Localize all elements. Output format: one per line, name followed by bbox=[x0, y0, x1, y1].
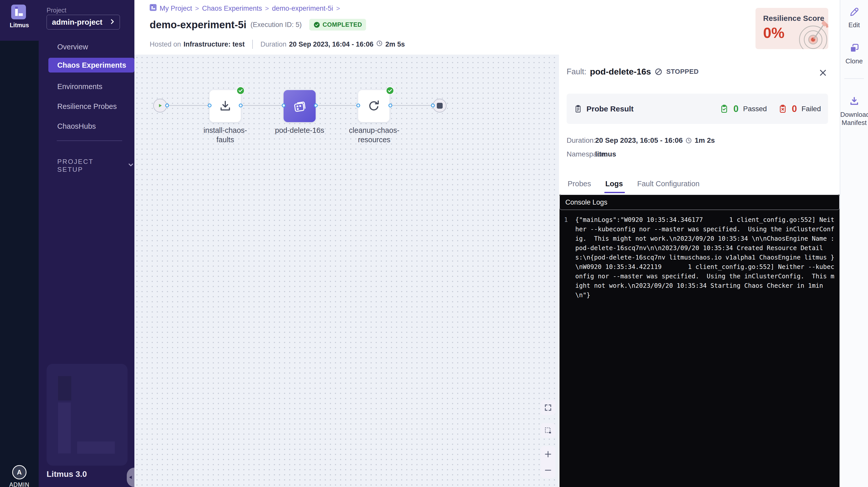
zoom-control bbox=[541, 446, 555, 478]
litmus-logo-icon[interactable] bbox=[11, 5, 26, 19]
experiment-meta: Hosted on Infrastructure: test Duration … bbox=[150, 40, 405, 49]
check-circle-icon bbox=[313, 21, 320, 28]
breadcrumb: My Project > Chaos Experiments > demo-ex… bbox=[150, 4, 340, 13]
edge bbox=[241, 105, 284, 106]
fault-label: Fault: bbox=[567, 67, 586, 76]
pencil-icon bbox=[849, 7, 860, 17]
download-manifest-label: Download Manifest bbox=[840, 110, 868, 127]
experiment-canvas[interactable]: install-chaos-faults pod-delete-16s bbox=[134, 55, 559, 487]
toolbar-divider bbox=[844, 78, 864, 79]
breadcrumb-item[interactable]: My Project bbox=[160, 5, 192, 12]
admin-label: ADMIN bbox=[0, 481, 39, 487]
connector-handle[interactable] bbox=[356, 103, 360, 107]
clone-button[interactable]: Clone bbox=[840, 43, 868, 65]
right-toolbar: Edit Clone Download Manifest bbox=[840, 0, 868, 487]
breadcrumb-item[interactable]: Chaos Experiments bbox=[202, 5, 262, 12]
download-icon bbox=[218, 99, 232, 113]
duration-elapsed: 2m 5s bbox=[385, 40, 405, 48]
project-setup-label: PROJECT SETUP bbox=[57, 158, 114, 173]
close-icon[interactable] bbox=[818, 68, 828, 77]
tab-fault-configuration[interactable]: Fault Configuration bbox=[637, 180, 700, 188]
breadcrumb-logo-icon bbox=[150, 4, 157, 13]
start-node[interactable] bbox=[153, 99, 167, 112]
resilience-score-card: Resilience Score 0% bbox=[755, 8, 828, 49]
resilience-score-label: Resilience Score bbox=[763, 14, 824, 23]
refresh-icon bbox=[367, 99, 381, 113]
sidebar-item-chaoshubs[interactable]: ChaosHubs bbox=[39, 119, 134, 134]
node-install-chaos-faults[interactable] bbox=[210, 90, 241, 122]
status-badge-label: COMPLETED bbox=[322, 21, 362, 28]
log-line-number: 1 bbox=[564, 215, 571, 300]
passed-clipboard-icon bbox=[720, 104, 729, 113]
download-manifest-button[interactable]: Download Manifest bbox=[840, 96, 868, 127]
marquee-select-button[interactable] bbox=[541, 423, 555, 438]
passed-count: 0 bbox=[733, 103, 738, 114]
connector-handle[interactable] bbox=[165, 103, 169, 107]
sidebar-item-environments[interactable]: Environments bbox=[39, 79, 134, 94]
project-selector[interactable]: admin-project bbox=[46, 15, 120, 30]
edge bbox=[316, 105, 358, 106]
connector-handle[interactable] bbox=[389, 103, 392, 107]
node-pod-delete-16s[interactable] bbox=[284, 90, 316, 122]
connector-handle[interactable] bbox=[314, 103, 318, 107]
fault-status: STOPPED bbox=[666, 68, 699, 75]
plus-icon bbox=[544, 450, 552, 458]
infrastructure-value[interactable]: Infrastructure: test bbox=[184, 40, 245, 48]
fit-view-icon bbox=[544, 403, 552, 412]
fit-view-button[interactable] bbox=[541, 400, 555, 415]
sidebar-item-overview[interactable]: Overview bbox=[39, 39, 134, 54]
promo-skeleton bbox=[46, 364, 127, 466]
page: Litmus A ADMIN Project admin-project Ove… bbox=[0, 0, 868, 487]
node-cleanup-chaos-resources[interactable] bbox=[358, 90, 390, 122]
connector-handle[interactable] bbox=[208, 103, 212, 107]
console-logs-title: Console Logs bbox=[565, 198, 607, 206]
copy-icon bbox=[849, 43, 860, 54]
status-badge: COMPLETED bbox=[309, 19, 366, 31]
end-node[interactable] bbox=[433, 99, 446, 112]
connector-handle[interactable] bbox=[239, 103, 243, 107]
probe-result-title: Probe Result bbox=[586, 105, 633, 113]
success-badge-icon bbox=[237, 87, 245, 95]
sidebar-item-resilience-probes[interactable]: Resilience Probes bbox=[39, 99, 134, 114]
success-badge-icon bbox=[386, 87, 394, 95]
page-title: demo-experiment-5i bbox=[150, 19, 246, 31]
tab-probes[interactable]: Probes bbox=[568, 180, 591, 188]
marquee-icon bbox=[544, 426, 552, 434]
avatar[interactable]: A bbox=[12, 465, 27, 479]
hosted-on-label: Hosted on bbox=[150, 40, 181, 48]
breadcrumb-separator: > bbox=[265, 5, 269, 12]
edit-button[interactable]: Edit bbox=[840, 7, 868, 29]
project-setup-toggle[interactable]: PROJECT SETUP bbox=[57, 158, 134, 173]
play-icon bbox=[157, 102, 163, 109]
chevron-down-icon bbox=[127, 161, 134, 170]
console-logs-panel[interactable]: Console Logs 1 {"mainLogs":"W0920 10:35:… bbox=[559, 195, 839, 487]
connector-handle[interactable] bbox=[282, 103, 286, 107]
fault-name: pod-delete-16s bbox=[590, 67, 651, 76]
meta-divider bbox=[252, 40, 253, 49]
connector-handle[interactable] bbox=[431, 103, 435, 107]
chevron-right-icon bbox=[109, 18, 116, 26]
breadcrumb-separator: > bbox=[336, 5, 340, 12]
stop-icon bbox=[437, 103, 443, 109]
node-label: cleanup-chaos-resources bbox=[349, 126, 400, 144]
sidebar-divider bbox=[57, 140, 122, 141]
zoom-out-button[interactable] bbox=[541, 463, 555, 478]
sidebar-item-chaos-experiments[interactable]: Chaos Experiments bbox=[49, 58, 134, 72]
breadcrumb-item[interactable]: demo-experiment-5i bbox=[272, 5, 333, 12]
chaos-fault-icon bbox=[292, 98, 307, 114]
namespace-value: litmus bbox=[595, 150, 616, 158]
probe-result-row: Probe Result 0 Passed 0 bbox=[567, 94, 828, 124]
resilience-score-value: 0% bbox=[763, 24, 784, 41]
execution-id: (Execution ID: 5) bbox=[250, 21, 302, 29]
failed-clipboard-icon bbox=[778, 104, 787, 113]
tab-logs[interactable]: Logs bbox=[605, 180, 623, 188]
console-logs-header: Console Logs bbox=[559, 195, 839, 210]
duration-value: 20 Sep 2023, 16:05 - 16:06 bbox=[595, 136, 683, 144]
version-text: Litmus 3.0 bbox=[46, 469, 87, 479]
sidebar: Project admin-project Overview Chaos Exp… bbox=[39, 0, 134, 487]
clone-label: Clone bbox=[840, 57, 868, 65]
zoom-in-button[interactable] bbox=[541, 447, 555, 461]
edge bbox=[167, 105, 210, 106]
duration-label: Duration bbox=[260, 40, 286, 48]
project-label: Project bbox=[46, 7, 66, 14]
